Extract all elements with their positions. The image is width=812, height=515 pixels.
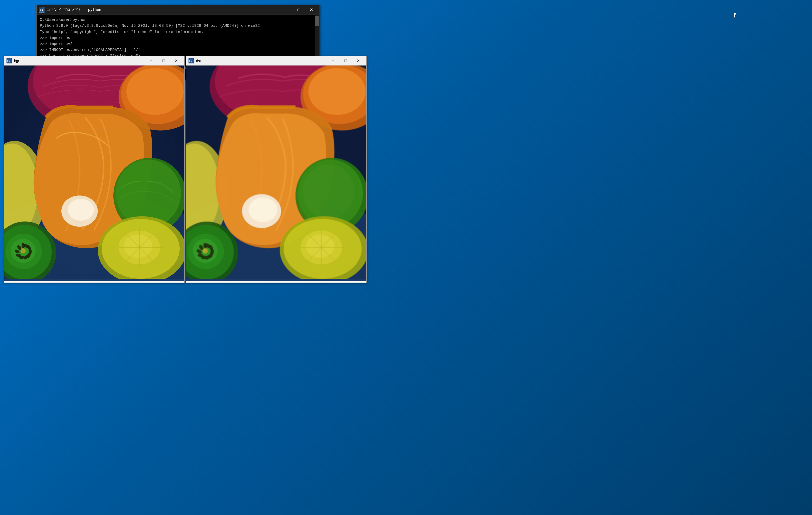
cmd-scrollbar-thumb [315, 16, 319, 26]
bgr-minimize-button[interactable]: − [145, 56, 157, 66]
svg-point-55 [303, 164, 355, 219]
mouse-cursor [734, 13, 739, 20]
cmd-close-button[interactable]: ✕ [305, 5, 317, 15]
desktop: C: コマンド プロンプト - python − □ ✕ C:\Users\us… [0, 0, 812, 515]
dst-minimize-button[interactable]: − [327, 56, 339, 66]
svg-rect-39 [4, 279, 184, 281]
bgr-maximize-button[interactable]: □ [157, 56, 170, 66]
cmd-maximize-button[interactable]: □ [292, 5, 305, 15]
svg-point-9 [126, 68, 183, 115]
bgr-close-button[interactable]: ✕ [170, 56, 182, 66]
cmd-title-left: C: コマンド プロンプト - python [39, 7, 101, 13]
bgr-title-text: bgr [14, 59, 19, 63]
dst-window: CV dst − □ ✕ [186, 56, 367, 283]
dst-maximize-button[interactable]: □ [339, 56, 352, 66]
bgr-window-controls: − □ ✕ [145, 56, 182, 66]
dst-image [186, 65, 366, 281]
bgr-window: CV bgr − □ ✕ [4, 56, 184, 283]
bgr-image-content [4, 65, 184, 283]
svg-point-48 [308, 68, 366, 115]
cmd-minimize-button[interactable]: − [280, 5, 292, 15]
bgr-cv-icon: CV [6, 58, 12, 64]
svg-text:CV: CV [189, 60, 192, 63]
dst-cv-icon: CV [188, 58, 194, 64]
dst-image-content [186, 65, 366, 283]
dst-titlebar: CV dst − □ ✕ [186, 56, 366, 65]
dst-window-controls: − □ ✕ [327, 56, 364, 66]
dst-title-text: dst [196, 59, 201, 63]
svg-point-38 [21, 248, 26, 254]
svg-point-13 [68, 199, 94, 221]
bgr-titlebar: CV bgr − □ ✕ [4, 56, 184, 65]
cmd-titlebar: C: コマンド プロンプト - python − □ ✕ [37, 5, 320, 15]
bgr-title-left: CV bgr [6, 58, 19, 64]
cmd-window-controls: − □ ✕ [280, 5, 317, 15]
bgr-image [4, 65, 184, 281]
svg-point-52 [249, 198, 277, 222]
svg-text:CV: CV [7, 60, 10, 63]
dst-title-left: CV dst [188, 58, 201, 64]
cmd-icon: C: [39, 7, 45, 13]
svg-point-78 [203, 248, 208, 254]
cmd-title-text: コマンド プロンプト - python [47, 7, 101, 12]
dst-close-button[interactable]: ✕ [352, 56, 364, 66]
svg-rect-79 [186, 279, 366, 281]
